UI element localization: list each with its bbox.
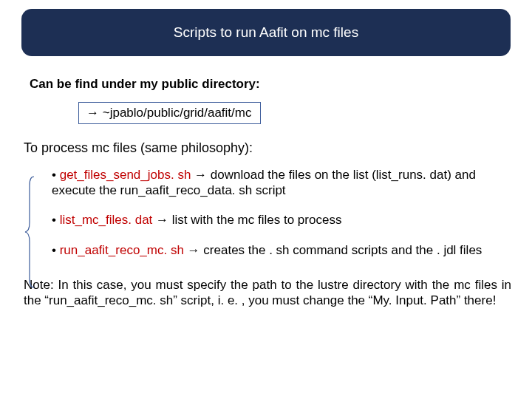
bullet-list: • get_files_send_jobs. sh → download the… bbox=[52, 168, 502, 259]
note-text: Note: In this case, you must specify the… bbox=[24, 278, 511, 308]
arrow-icon: → bbox=[184, 243, 203, 257]
arrow-icon: → bbox=[86, 106, 99, 120]
bracketed-list: • get_files_send_jobs. sh → download the… bbox=[24, 168, 511, 259]
bullet-text: creates the . sh command scripts and the… bbox=[203, 243, 482, 257]
path-box: → ~jpablo/public/grid/aafit/mc bbox=[78, 102, 261, 124]
list-item: • list_mc_files. dat → list with the mc … bbox=[52, 213, 502, 228]
list-item: • get_files_send_jobs. sh → download the… bbox=[52, 168, 502, 198]
path-text: ~jpablo/public/grid/aafit/mc bbox=[99, 106, 251, 120]
script-name: get_files_send_jobs. sh bbox=[60, 168, 191, 182]
list-item: • run_aafit_reco_mc. sh → creates the . … bbox=[52, 243, 502, 259]
bullet-marker: • bbox=[52, 168, 56, 182]
slide: Scripts to run Aafit on mc files Can be … bbox=[0, 0, 532, 399]
arrow-icon: → bbox=[191, 168, 210, 182]
script-name: list_mc_files. dat bbox=[60, 213, 153, 227]
bullet-marker: • bbox=[52, 243, 56, 257]
title-bar: Scripts to run Aafit on mc files bbox=[21, 9, 511, 56]
title-text: Scripts to run Aafit on mc files bbox=[174, 24, 358, 41]
brace-icon bbox=[24, 175, 37, 289]
script-name: run_aafit_reco_mc. sh bbox=[60, 243, 184, 257]
process-heading: To process mc files (same philosophy): bbox=[24, 140, 511, 156]
public-dir-heading: Can be find under my public directory: bbox=[30, 77, 511, 92]
bullet-marker: • bbox=[52, 213, 56, 227]
bullet-text: list with the mc files to process bbox=[172, 213, 342, 227]
arrow-icon: → bbox=[152, 213, 171, 227]
